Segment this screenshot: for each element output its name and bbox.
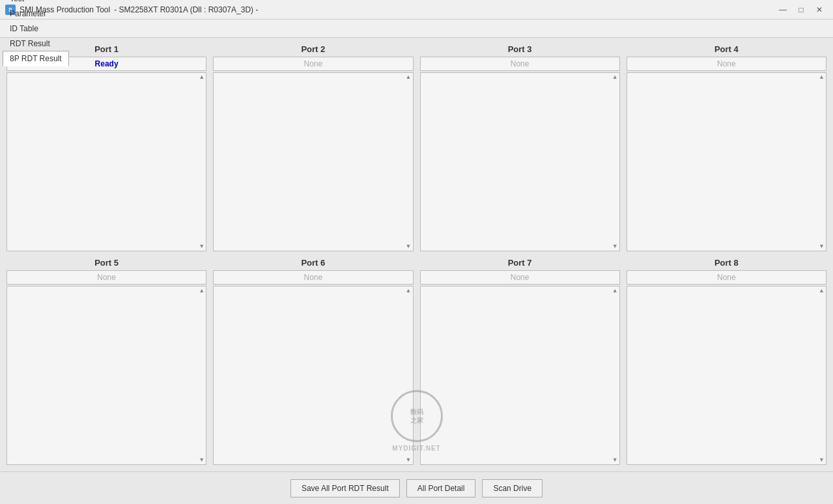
- port1-scroll-up-icon[interactable]: ▲: [199, 74, 205, 80]
- minimize-button[interactable]: —: [774, 3, 791, 17]
- port6-status: None: [213, 270, 413, 285]
- port4-label: Port 4: [714, 44, 739, 54]
- port1-scroll-down-icon[interactable]: ▼: [199, 244, 205, 249]
- port3-scroll-up-icon[interactable]: ▲: [612, 74, 618, 80]
- port3-log[interactable]: ▲▼: [420, 72, 620, 251]
- port4-scroll-down-icon[interactable]: ▼: [819, 244, 825, 249]
- port5-log[interactable]: ▲▼: [7, 286, 206, 465]
- port8-status: None: [627, 270, 826, 285]
- panel-port1: Port 1Ready▲▼: [7, 44, 206, 251]
- title-bar-controls: — □ ✕: [774, 3, 828, 17]
- menu-tabs: TestParameterID TableRDT Result8P RDT Re…: [3, 0, 69, 66]
- panel-port3: Port 3None▲▼: [420, 44, 620, 251]
- port6-scroll-up-icon[interactable]: ▲: [406, 288, 412, 294]
- port6-label: Port 6: [301, 258, 325, 268]
- bottom-bar: Save All Port RDT Result All Port Detail…: [0, 471, 833, 504]
- app-info: - SM2258XT R0301A (Dll : R0307A_3D) -: [114, 5, 258, 14]
- ports-row-2: Port 5None▲▼Port 6None▲▼Port 7None▲▼Port…: [7, 258, 826, 465]
- port2-status: None: [213, 57, 413, 71]
- panel-port4: Port 4None▲▼: [627, 44, 826, 251]
- all-port-detail-button[interactable]: All Port Detail: [406, 479, 476, 497]
- port3-label: Port 3: [508, 44, 532, 54]
- tab-8p-rdt-result[interactable]: 8P RDT Result: [3, 51, 69, 66]
- panel-port5: Port 5None▲▼: [7, 258, 206, 465]
- port8-scroll-down-icon[interactable]: ▼: [819, 457, 825, 463]
- port4-scroll-up-icon[interactable]: ▲: [819, 74, 825, 80]
- port5-status: None: [7, 270, 206, 285]
- port7-status: None: [420, 270, 620, 285]
- port3-scroll-down-icon[interactable]: ▼: [612, 244, 618, 249]
- panel-port6: Port 6None▲▼: [213, 258, 413, 465]
- panel-port2: Port 2None▲▼: [213, 44, 413, 251]
- port8-log[interactable]: ▲▼: [627, 286, 826, 465]
- port1-log[interactable]: ▲▼: [7, 72, 206, 251]
- port2-label: Port 2: [301, 44, 325, 54]
- port2-scroll-up-icon[interactable]: ▲: [406, 74, 412, 80]
- port4-log[interactable]: ▲▼: [627, 72, 826, 251]
- port5-scroll-up-icon[interactable]: ▲: [199, 288, 205, 294]
- port1-label: Port 1: [94, 44, 119, 54]
- tab-id-table[interactable]: ID Table: [3, 21, 69, 36]
- tab-parameter[interactable]: Parameter: [3, 6, 69, 21]
- title-bar: S SMI Mass Production Tool - SM2258XT R0…: [0, 0, 833, 20]
- scan-drive-button[interactable]: Scan Drive: [482, 479, 543, 497]
- port7-label: Port 7: [508, 258, 532, 268]
- port6-log[interactable]: ▲▼: [213, 286, 413, 465]
- port3-status: None: [420, 57, 620, 71]
- main-content: Port 1Ready▲▼Port 2None▲▼Port 3None▲▼Por…: [0, 38, 833, 471]
- port7-scroll-down-icon[interactable]: ▼: [612, 457, 618, 463]
- save-all-port-rdt-button[interactable]: Save All Port RDT Result: [290, 479, 400, 497]
- ports-row-1: Port 1Ready▲▼Port 2None▲▼Port 3None▲▼Por…: [7, 44, 826, 251]
- port2-log[interactable]: ▲▼: [213, 72, 413, 251]
- tab-test[interactable]: Test: [3, 0, 69, 6]
- port4-status: None: [627, 57, 826, 71]
- port5-label: Port 5: [94, 258, 119, 268]
- port7-log[interactable]: ▲▼: [420, 286, 620, 465]
- port8-scroll-up-icon[interactable]: ▲: [819, 288, 825, 294]
- panel-port8: Port 8None▲▼: [627, 258, 826, 465]
- port8-label: Port 8: [714, 258, 739, 268]
- panel-port7: Port 7None▲▼: [420, 258, 620, 465]
- menu-bar: TestParameterID TableRDT Result8P RDT Re…: [0, 20, 833, 38]
- port6-scroll-down-icon[interactable]: ▼: [406, 457, 412, 463]
- port7-scroll-up-icon[interactable]: ▲: [612, 288, 618, 294]
- port2-scroll-down-icon[interactable]: ▼: [406, 244, 412, 249]
- port5-scroll-down-icon[interactable]: ▼: [199, 457, 205, 463]
- maximize-button[interactable]: □: [793, 3, 810, 17]
- close-button[interactable]: ✕: [811, 3, 828, 17]
